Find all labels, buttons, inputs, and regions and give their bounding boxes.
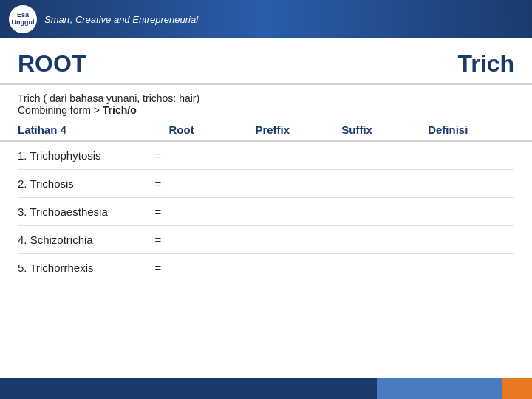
table-row: 3. Trichoaesthesia =	[18, 198, 514, 226]
col-header-root: Root	[169, 123, 256, 136]
logo-area: Esa Unggul Smart, Creative and Entrepren…	[9, 5, 198, 33]
footer-light-bar	[377, 378, 502, 399]
table-body: 1. Trichophytosis = 2. Trichosis = 3. Tr…	[0, 142, 532, 282]
page-trich-title: Trich	[458, 50, 514, 78]
col-header-definisi: Definisi	[428, 123, 514, 136]
subtitle-line2: Combining form > Trich/o	[18, 104, 514, 116]
header-tagline: Smart, Creative and Entrepreneurial	[44, 14, 198, 25]
col-header-latihan: Latihan 4	[18, 123, 147, 136]
combining-form-prefix: Combining form >	[18, 104, 103, 116]
footer-blue-bar	[0, 378, 377, 399]
row1-term: 1. Trichophytosis	[18, 149, 147, 162]
table-row: 5. Trichorrhexis =	[18, 254, 514, 282]
table-header: Latihan 4 Root Preffix Suffix Definisi	[0, 119, 532, 142]
row5-eq: =	[147, 262, 168, 274]
page-root-title: ROOT	[18, 50, 86, 78]
row3-term: 3. Trichoaesthesia	[18, 205, 147, 218]
table-row: 1. Trichophytosis =	[18, 142, 514, 170]
table-row: 2. Trichosis =	[18, 170, 514, 198]
page-footer	[0, 378, 532, 399]
subtitle-area: Trich ( dari bahasa yunani, trichos: hai…	[0, 88, 532, 117]
table-row: 4. Schizotrichia =	[18, 226, 514, 254]
col-header-preffix: Preffix	[255, 123, 341, 136]
row2-term: 2. Trichosis	[18, 177, 147, 190]
university-logo: Esa Unggul	[9, 5, 37, 33]
subtitle-line1: Trich ( dari bahasa yunani, trichos: hai…	[18, 92, 514, 104]
page-header: Esa Unggul Smart, Creative and Entrepren…	[0, 0, 532, 38]
row3-eq: =	[147, 205, 168, 218]
row4-term: 4. Schizotrichia	[18, 233, 147, 246]
col-header-suffix: Suffix	[341, 123, 428, 136]
row2-eq: =	[147, 177, 168, 190]
row1-eq: =	[147, 149, 168, 162]
title-bar: ROOT Trich	[0, 38, 532, 85]
logo-text: Esa Unggul	[11, 12, 35, 27]
combining-form-bold: Trich/o	[103, 104, 137, 116]
row4-eq: =	[147, 233, 168, 246]
footer-orange-bar	[502, 378, 532, 399]
main-content: ROOT Trich Trich ( dari bahasa yunani, t…	[0, 38, 532, 282]
row5-term: 5. Trichorrhexis	[18, 262, 147, 274]
col-header-eq	[147, 123, 168, 136]
